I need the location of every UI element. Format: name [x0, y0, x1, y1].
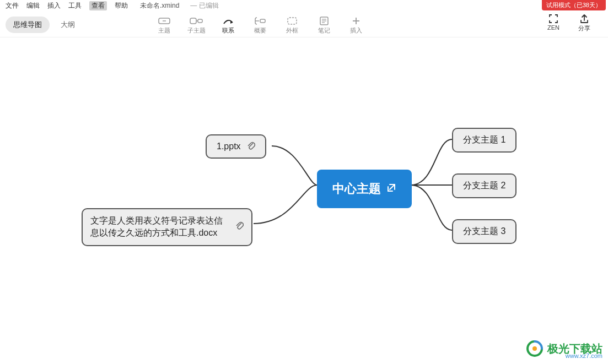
note-icon: [319, 15, 329, 26]
document-title: 未命名.xmind: [140, 1, 179, 10]
tool-label: 主题: [158, 26, 170, 35]
menu-edit[interactable]: 编辑: [26, 1, 40, 10]
tool-label: 插入: [350, 26, 362, 35]
node-branch-2[interactable]: 分支主题 2: [452, 173, 516, 198]
zen-label: ZEN: [547, 24, 559, 31]
subtopic-icon: [190, 15, 203, 26]
tool-label: 概要: [254, 26, 266, 35]
tool-topic[interactable]: 主题: [149, 13, 180, 37]
node-branch-3[interactable]: 分支主题 3: [452, 219, 516, 244]
tool-note[interactable]: 笔记: [309, 13, 340, 37]
tool-summary[interactable]: 概要: [245, 13, 276, 37]
share-icon: [579, 13, 590, 24]
trial-mode-badge: 试用模式（已38天）: [542, 0, 606, 10]
node-left-pptx[interactable]: 1.pptx: [206, 134, 266, 159]
mindmap-canvas[interactable]: 中心主题 1.pptx 文字是人类用表义符号记录表达信息以传之久远的方式和工具.…: [0, 37, 608, 362]
summary-icon: [255, 15, 266, 26]
tool-label: 笔记: [318, 26, 330, 35]
watermark-url: www.xz7.com: [566, 352, 602, 359]
menu-tools[interactable]: 工具: [68, 1, 82, 10]
tool-buttons: 主题 子主题 联系 概要 外框: [149, 10, 372, 37]
tool-boundary[interactable]: 外框: [277, 13, 308, 37]
menu-file[interactable]: 文件: [6, 1, 19, 10]
tool-relation[interactable]: 联系: [213, 13, 244, 37]
svg-rect-6: [260, 19, 265, 23]
node-left-docx-label: 文字是人类用表义符号记录表达信息以传之久远的方式和工具.docx: [90, 215, 229, 240]
node-center[interactable]: 中心主题: [317, 170, 412, 208]
zen-button[interactable]: ZEN: [541, 13, 566, 32]
share-button[interactable]: 分享: [572, 13, 597, 32]
connectors: [0, 37, 608, 362]
menu-help[interactable]: 帮助: [115, 1, 128, 10]
node-left-docx[interactable]: 文字是人类用表义符号记录表达信息以传之久远的方式和工具.docx: [82, 208, 252, 246]
external-link-icon: [386, 183, 396, 195]
tool-label: 联系: [222, 26, 234, 35]
node-branch-1[interactable]: 分支主题 1: [452, 128, 516, 153]
menu-insert[interactable]: 插入: [47, 1, 61, 10]
share-label: 分享: [578, 24, 590, 32]
toolbar: 思维导图 大纲 主题 子主题 联系 概要: [0, 10, 608, 37]
tab-outline[interactable]: 大纲: [53, 17, 83, 33]
attachment-icon: [246, 141, 255, 152]
node-branch-3-label: 分支主题 3: [463, 226, 505, 237]
attachment-icon: [235, 221, 244, 233]
node-branch-2-label: 分支主题 2: [463, 180, 505, 192]
right-tools: ZEN 分享: [541, 10, 608, 32]
relation-icon: [222, 15, 234, 26]
watermark: 极光下载站 www.xz7.com: [525, 339, 602, 358]
svg-rect-2: [190, 18, 196, 24]
boundary-icon: [287, 15, 298, 26]
menu-view[interactable]: 查看: [89, 1, 107, 10]
tool-insert[interactable]: 插入: [341, 13, 372, 37]
tool-label: 子主题: [187, 26, 206, 35]
node-left-pptx-label: 1.pptx: [217, 142, 241, 151]
svg-rect-3: [198, 19, 202, 23]
zen-icon: [548, 13, 559, 24]
menubar: 文件 编辑 插入 工具 查看 帮助 未命名.xmind — 已编辑: [0, 0, 608, 10]
insert-icon: [352, 15, 361, 26]
svg-point-14: [532, 346, 537, 351]
topic-icon: [158, 15, 170, 26]
tab-mindmap[interactable]: 思维导图: [6, 17, 50, 33]
svg-rect-7: [288, 18, 297, 24]
node-center-label: 中心主题: [332, 181, 381, 197]
node-branch-1-label: 分支主题 1: [463, 134, 505, 146]
watermark-logo-icon: [525, 339, 544, 358]
document-status: — 已编辑: [190, 1, 218, 10]
tool-label: 外框: [286, 26, 298, 35]
tool-subtopic[interactable]: 子主题: [181, 13, 212, 37]
view-tabs: 思维导图 大纲: [0, 10, 88, 40]
